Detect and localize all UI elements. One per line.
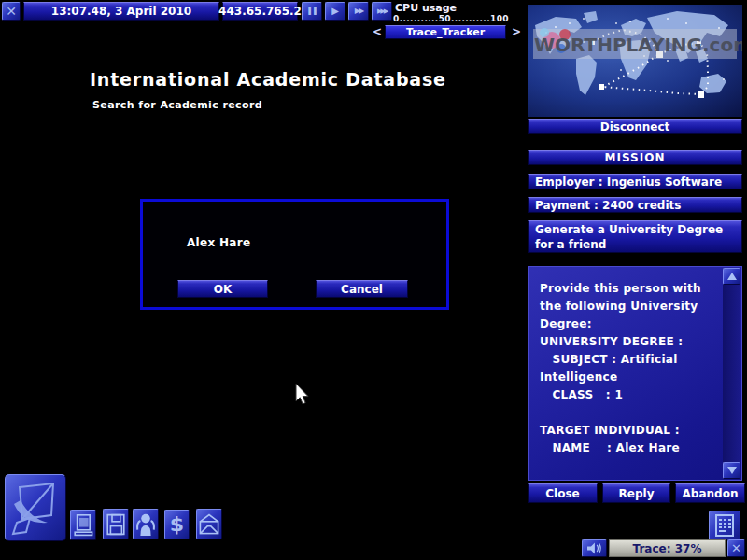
memory-button[interactable] (103, 509, 129, 539)
mission-detail-line: TARGET INDIVIDUAL : (540, 422, 717, 440)
close-icon: ✕ (731, 542, 741, 554)
world-map: WORTHPLAYING.com (528, 5, 742, 117)
satellite-dish-icon (7, 476, 64, 539)
mission-details-panel: Provide this person with the following U… (528, 266, 742, 481)
play-icon: ▶ (331, 7, 339, 16)
trace-progress-text: Trace: 37% (633, 542, 702, 555)
mission-close-label: Close (545, 487, 579, 500)
speaker-icon (584, 541, 605, 555)
selector-prev-arrow[interactable]: < (373, 26, 382, 37)
mission-header-label: MISSION (605, 151, 666, 164)
trace-progress-display: Trace: 37% (609, 539, 726, 557)
dialog-name-value: Alex Hare (187, 236, 250, 249)
mission-detail-line: the following University (540, 298, 717, 315)
mission-detail-line (540, 404, 717, 422)
hardware-button[interactable] (70, 510, 96, 540)
mouse-cursor (295, 384, 310, 406)
ip-display: 443.65.765.2 (222, 2, 298, 21)
mission-employer-bar: Employer : Ingenius Software (528, 174, 742, 189)
keypad-document-icon (712, 513, 737, 538)
scrollbar-track[interactable] (723, 268, 740, 479)
world-map-graphic: WORTHPLAYING.com (528, 5, 742, 117)
mission-reply-button[interactable]: Reply (602, 483, 670, 503)
gauge-selector-label: Trace_Tracker (406, 26, 485, 38)
speed-normal-button[interactable]: ▶ (325, 2, 345, 21)
scroll-up-icon (727, 273, 737, 280)
mission-detail-line: Provide this person with (540, 280, 717, 298)
mission-reply-label: Reply (619, 487, 655, 500)
fast-forward-icon: ▶▶ (355, 7, 362, 15)
mission-detail-line: SUBJECT : Artificial (540, 351, 717, 369)
gauge-selector[interactable]: Trace_Tracker (385, 25, 506, 39)
mission-payment-text: Payment : 2400 credits (535, 199, 681, 212)
mission-employer-text: Employer : Ingenius Software (535, 175, 722, 189)
mission-abandon-button[interactable]: Abandon (675, 483, 745, 503)
speed-fastest-button[interactable]: ▶▶▶ (372, 2, 392, 21)
scroll-down-button[interactable] (723, 462, 740, 479)
clock-display: 13:07.48, 3 April 2010 (23, 2, 219, 21)
speed-fast-button[interactable]: ▶▶ (348, 2, 369, 21)
clock-text: 13:07.48, 3 April 2010 (51, 5, 191, 18)
mission-detail-line: CLASS : 1 (540, 386, 717, 404)
selector-next-arrow[interactable]: > (512, 26, 521, 37)
search-dialog: Alex Hare OK Cancel (140, 199, 449, 310)
uplink-screen: ✕ 13:07.48, 3 April 2010 443.65.765.2 ❚❚… (0, 0, 747, 560)
cpu-usage-scale: 0...........50...........100 (393, 14, 509, 23)
dollar-icon: $ (170, 514, 184, 535)
disconnect-label: Disconnect (600, 120, 670, 133)
floppy-disk-icon (105, 511, 127, 538)
scroll-down-icon (727, 467, 737, 474)
cpu-usage-label: CPU usage (395, 2, 457, 14)
uplink-logo-button[interactable] (5, 474, 66, 541)
disconnect-button[interactable]: Disconnect (528, 119, 742, 134)
mission-detail-line: NAME : Alex Hare (540, 440, 717, 457)
close-app-button[interactable]: ✕ (2, 2, 21, 21)
ok-button[interactable]: OK (177, 280, 268, 298)
status-button[interactable] (133, 509, 159, 539)
mission-summary-line1: Generate a University Degree (535, 222, 723, 237)
watermark-text: WORTHPLAYING.com (534, 34, 742, 56)
mission-summary-bar: Generate a University Degree for a frien… (528, 220, 742, 253)
ip-text: 443.65.765.2 (218, 5, 302, 18)
sound-button[interactable] (582, 539, 607, 557)
envelope-icon (198, 512, 220, 537)
page-title: International Academic Database (90, 69, 446, 90)
email-button[interactable] (196, 509, 222, 539)
scroll-up-button[interactable] (723, 268, 740, 285)
mission-payment-bar: Payment : 2400 credits (528, 197, 742, 213)
pause-icon: ❚❚ (306, 7, 317, 15)
person-icon (134, 511, 157, 538)
mission-detail-line: Intelligence (540, 369, 717, 386)
mission-detail-line: UNIVERSITY DEGREE : (540, 333, 717, 351)
mission-header: MISSION (528, 150, 742, 165)
worthplaying-watermark: WORTHPLAYING.com (533, 28, 742, 59)
cancel-button[interactable]: Cancel (316, 280, 408, 298)
page-subtitle: Search for Academic record (92, 99, 262, 111)
finance-button[interactable]: $ (164, 510, 190, 539)
mission-summary-line2: for a friend (535, 237, 606, 252)
console-button[interactable] (709, 511, 740, 540)
trace-close-button[interactable]: ✕ (727, 539, 745, 557)
cancel-button-label: Cancel (341, 283, 383, 296)
computer-icon (72, 512, 94, 539)
fastest-forward-icon: ▶▶▶ (377, 8, 387, 15)
ok-button-label: OK (214, 283, 233, 296)
mission-close-button[interactable]: Close (528, 483, 598, 503)
speed-pause-button[interactable]: ❚❚ (302, 2, 322, 21)
close-icon: ✕ (6, 5, 17, 18)
mission-details-text: Provide this person with the following U… (540, 280, 717, 457)
mission-abandon-label: Abandon (683, 487, 739, 500)
mission-detail-line: Degree: (540, 315, 717, 333)
